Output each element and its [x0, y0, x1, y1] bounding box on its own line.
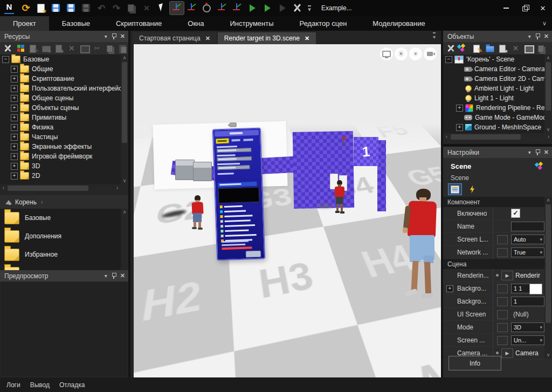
tree-item[interactable]: +Общие: [0, 64, 121, 74]
tree-item[interactable]: +Физика: [0, 122, 121, 132]
expander-icon[interactable]: +: [456, 105, 463, 112]
tab-list-icon[interactable]: [433, 32, 441, 44]
resources-tree-vscrollbar[interactable]: ∧∨: [121, 54, 128, 184]
tree-item[interactable]: +Частицы: [0, 132, 121, 142]
close-icon[interactable]: ✕: [544, 33, 549, 40]
tools-button[interactable]: [291, 2, 305, 15]
menu-item-Инструменты[interactable]: Инструменты: [217, 16, 287, 31]
menu-collapse-chevron-icon[interactable]: ∨: [542, 16, 552, 31]
new-file-button[interactable]: [497, 43, 508, 54]
object-tree-item[interactable]: Camera Editor - Camera: [443, 64, 544, 74]
folder-list-item[interactable]: Базовые: [0, 209, 121, 227]
tree-item[interactable]: +3D: [0, 161, 121, 171]
expander-icon[interactable]: +: [11, 163, 18, 170]
close-icon[interactable]: ✕: [120, 33, 125, 40]
expander-icon[interactable]: +: [11, 66, 18, 73]
property-default-box[interactable]: [497, 235, 508, 244]
camera-button[interactable]: [424, 47, 437, 60]
expander-icon[interactable]: +: [456, 124, 463, 131]
object-tree-item[interactable]: Camera Editor 2D - Cam: [443, 74, 544, 84]
new-resource-button[interactable]: [15, 43, 26, 54]
pin-icon[interactable]: [535, 33, 540, 39]
restore-button[interactable]: [515, 0, 534, 16]
tree-item[interactable]: +Пользовательский интерфейс: [0, 84, 121, 93]
expander-icon[interactable]: +: [11, 85, 18, 92]
display-mode-button[interactable]: [380, 47, 393, 60]
close-icon[interactable]: ✕: [544, 149, 549, 156]
property-default-box[interactable]: [497, 284, 508, 293]
object-tree-item[interactable]: +Ground - MeshInSpace: [443, 122, 544, 132]
pin-icon[interactable]: [112, 33, 116, 39]
folder-list-item[interactable]: Избранное: [0, 245, 121, 264]
orbit-tool-button[interactable]: [200, 2, 214, 15]
object-tree-item[interactable]: +Rendering Pipeline - Ren: [443, 103, 544, 113]
play-button[interactable]: [245, 2, 259, 15]
property-default-box[interactable]: [497, 297, 508, 306]
settings-vscrollbar[interactable]: ∧∨: [544, 197, 552, 359]
menu-item-Окна[interactable]: Окна: [175, 16, 217, 31]
expand-reference-button[interactable]: ▶: [501, 271, 513, 280]
property-default-box[interactable]: [497, 310, 508, 319]
text-field[interactable]: 1: [511, 297, 544, 306]
tab-close-icon[interactable]: ✕: [305, 35, 309, 42]
rotate-tool-button[interactable]: [185, 2, 199, 15]
property-default-box[interactable]: [497, 323, 508, 332]
new-file-button[interactable]: [34, 2, 48, 15]
statusbar-tab-Вывод[interactable]: Вывод: [30, 381, 50, 389]
expander-icon[interactable]: +: [11, 95, 18, 102]
scene-viewport[interactable]: F3F4F5F6F7F8F1F2F3F4F5F6F7F8F1F2F3F4G3G4…: [134, 44, 441, 377]
checkbox[interactable]: ✓: [511, 209, 520, 218]
lighting-button[interactable]: [409, 47, 422, 60]
statusbar-tab-Отладка[interactable]: Отладка: [59, 381, 85, 389]
tree-item[interactable]: +2D: [0, 171, 121, 181]
menu-item-Скриптование[interactable]: Скриптование: [103, 16, 175, 31]
tree-item[interactable]: −Базовые: [0, 54, 121, 64]
close-icon[interactable]: ✕: [120, 272, 125, 279]
tools-wrench-button[interactable]: [2, 43, 13, 54]
folder-list-item[interactable]: Дополнения: [0, 227, 121, 245]
edit-button[interactable]: [471, 43, 482, 54]
color-value-field[interactable]: 1 1: [511, 284, 530, 293]
save-as-button[interactable]: [64, 2, 78, 15]
tools-wrench-button[interactable]: [445, 43, 457, 54]
resources-tree-hscrollbar[interactable]: ‹›: [0, 184, 128, 192]
breadcrumb[interactable]: Корень ›: [0, 195, 128, 209]
document-tab[interactable]: Render target in 3D.scene✕: [218, 32, 316, 44]
tree-item[interactable]: +Игровой фреймворк: [0, 152, 121, 161]
expander-icon[interactable]: +: [11, 124, 18, 131]
info-button[interactable]: Info: [448, 356, 501, 370]
expander-icon[interactable]: +: [11, 114, 18, 121]
object-tree-item[interactable]: Light 1 - Light: [443, 93, 544, 103]
tab-close-icon[interactable]: ✕: [205, 35, 210, 42]
statusbar-tab-Логи[interactable]: Логи: [6, 381, 20, 389]
scale-tool-button[interactable]: [215, 2, 229, 15]
new-object-button[interactable]: [458, 43, 470, 54]
expander-icon[interactable]: +: [11, 105, 18, 112]
panel-menu-icon[interactable]: ▾: [105, 273, 107, 279]
panel-menu-icon[interactable]: ▾: [528, 33, 531, 39]
expander-icon[interactable]: +: [11, 173, 18, 180]
objects-tree-hscrollbar[interactable]: ‹›: [443, 133, 552, 141]
close-button[interactable]: [534, 0, 552, 16]
expander-icon[interactable]: +: [11, 75, 18, 82]
menu-item-Проект[interactable]: Проект: [0, 16, 49, 31]
panel-menu-icon[interactable]: ▾: [105, 33, 107, 39]
expander-icon[interactable]: −: [2, 56, 9, 63]
tree-item[interactable]: +Общее сцены: [0, 93, 121, 103]
move-tool-button[interactable]: [170, 2, 184, 15]
transform-tool-button[interactable]: [230, 2, 244, 15]
select-tool-button[interactable]: [155, 2, 169, 15]
dropdown[interactable]: True▾: [511, 247, 544, 257]
expander-icon[interactable]: +: [11, 134, 18, 141]
neoaxis-logo[interactable]: N: [4, 2, 14, 14]
menu-item-Редактор сцен[interactable]: Редактор сцен: [287, 16, 360, 31]
pin-icon[interactable]: [112, 273, 116, 279]
folder-button[interactable]: [484, 43, 495, 54]
rename-button[interactable]: [523, 43, 534, 54]
refresh-button[interactable]: [19, 2, 33, 15]
object-tree-item[interactable]: −'Корень' - Scene: [443, 54, 544, 64]
tree-item[interactable]: +Скриптование: [0, 74, 121, 84]
color-swatch[interactable]: [529, 284, 542, 294]
panel-menu-icon[interactable]: ▾: [528, 149, 531, 155]
property-default-box[interactable]: [497, 248, 508, 257]
